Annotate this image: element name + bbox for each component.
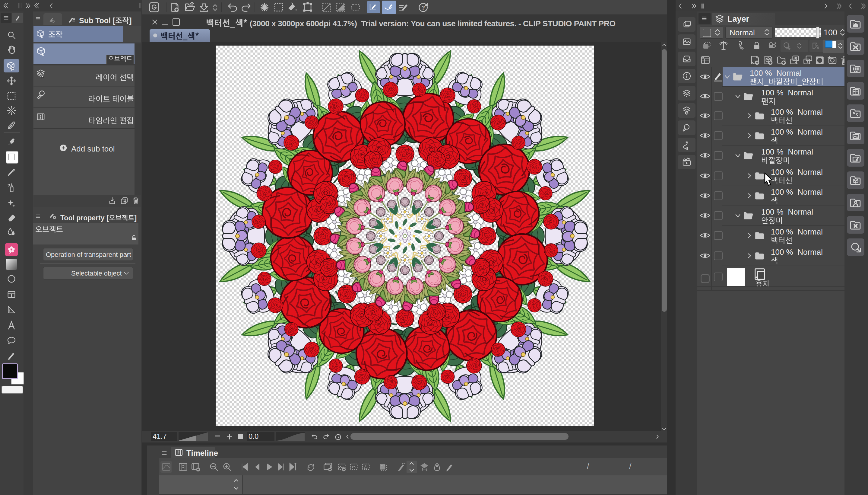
svg-text:?: ? [421, 4, 425, 11]
